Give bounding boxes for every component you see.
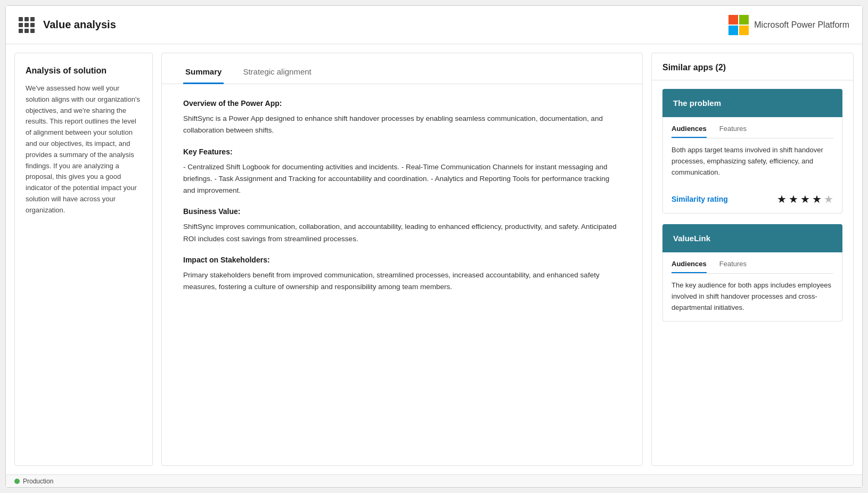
right-panel-body: The problem Audiences Features Both apps… xyxy=(652,80,853,465)
similarity-label-1: Similarity rating xyxy=(672,195,728,203)
star-1-3: ★ xyxy=(800,193,810,206)
main-content: Analysis of solution We've assessed how … xyxy=(6,44,862,474)
ms-blue-square xyxy=(728,26,738,35)
status-bar: Production xyxy=(6,474,862,487)
microsoft-label: Microsoft Power Platform xyxy=(754,20,849,30)
left-panel-title: Analysis of solution xyxy=(26,66,142,76)
left-panel-text: We've assessed how well your solution al… xyxy=(26,83,142,216)
header: Value analysis Microsoft Power Platform xyxy=(6,6,862,44)
app-card-1-tab-features[interactable]: Features xyxy=(719,125,747,138)
stars-1: ★ ★ ★ ★ ★ xyxy=(777,193,833,206)
ms-red-square xyxy=(728,15,738,24)
waffle-dot xyxy=(30,29,35,33)
waffle-dot xyxy=(30,23,35,27)
microsoft-logo xyxy=(728,15,749,35)
app-card-2-body: Audiences Features The key audience for … xyxy=(662,252,842,321)
waffle-dot xyxy=(30,17,35,21)
left-panel: Analysis of solution We've assessed how … xyxy=(14,53,153,466)
star-1-5: ★ xyxy=(824,193,833,206)
app-card-1-similarity: Similarity rating ★ ★ ★ ★ ★ xyxy=(672,187,833,206)
section-text-overview: ShiftSync is a Power App designed to enh… xyxy=(183,113,621,137)
similar-apps-title: Similar apps (2) xyxy=(662,63,842,72)
section-text-business: ShiftSync improves communication, collab… xyxy=(183,221,621,245)
page-title: Value analysis xyxy=(43,19,116,31)
app-card-1-title: The problem xyxy=(673,98,832,108)
section-heading-stakeholders: Impact on Stakeholders: xyxy=(183,256,621,264)
star-1-1: ★ xyxy=(777,193,787,206)
tabs-bar: Summary Strategic alignment xyxy=(162,53,642,84)
app-card-2-header: ValueLink xyxy=(662,224,842,252)
app-card-2-tab-features[interactable]: Features xyxy=(719,260,747,273)
section-text-stakeholders: Primary stakeholders benefit from improv… xyxy=(183,269,621,293)
right-panel-header: Similar apps (2) xyxy=(652,53,853,80)
right-panel: Similar apps (2) The problem Audiences F… xyxy=(651,53,854,466)
waffle-dot xyxy=(19,29,23,33)
waffle-icon[interactable] xyxy=(19,17,35,33)
tab-strategic-alignment[interactable]: Strategic alignment xyxy=(241,62,313,84)
section-text-features: - Centralized Shift Logbook for document… xyxy=(183,161,621,197)
header-left: Value analysis xyxy=(19,17,116,33)
section-heading-business: Business Value: xyxy=(183,207,621,216)
center-content: Overview of the Power App: ShiftSync is … xyxy=(162,84,642,465)
waffle-dot xyxy=(19,17,23,21)
waffle-dot xyxy=(24,17,29,21)
section-heading-overview: Overview of the Power App: xyxy=(183,99,621,108)
app-card-2-description: The key audience for both apps includes … xyxy=(672,280,833,313)
section-heading-features: Key Features: xyxy=(183,147,621,156)
app-card-1-header: The problem xyxy=(662,89,842,117)
waffle-dot xyxy=(24,29,29,33)
waffle-dot xyxy=(24,23,29,27)
center-panel: Summary Strategic alignment Overview of … xyxy=(161,53,643,466)
star-1-4: ★ xyxy=(812,193,822,206)
app-card-2-title: ValueLink xyxy=(673,234,832,243)
app-card-2-tab-audiences[interactable]: Audiences xyxy=(672,260,707,273)
ms-yellow-square xyxy=(739,26,749,35)
app-card-1-description: Both apps target teams involved in shift… xyxy=(672,145,833,178)
app-card-2-tabs: Audiences Features xyxy=(672,260,833,274)
app-card-2: ValueLink Audiences Features The key aud… xyxy=(662,224,842,321)
tab-summary[interactable]: Summary xyxy=(183,62,224,84)
header-right: Microsoft Power Platform xyxy=(728,15,849,35)
waffle-dot xyxy=(19,23,23,27)
status-text: Production xyxy=(23,478,53,485)
app-card-1-tabs: Audiences Features xyxy=(672,125,833,138)
ms-green-square xyxy=(739,15,749,24)
app-card-1-tab-audiences[interactable]: Audiences xyxy=(672,125,707,138)
app-card-1: The problem Audiences Features Both apps… xyxy=(662,89,842,213)
app-card-1-body: Audiences Features Both apps target team… xyxy=(662,117,842,213)
status-dot xyxy=(14,479,20,484)
star-1-2: ★ xyxy=(789,193,798,206)
app-frame: Value analysis Microsoft Power Platform … xyxy=(5,5,863,488)
